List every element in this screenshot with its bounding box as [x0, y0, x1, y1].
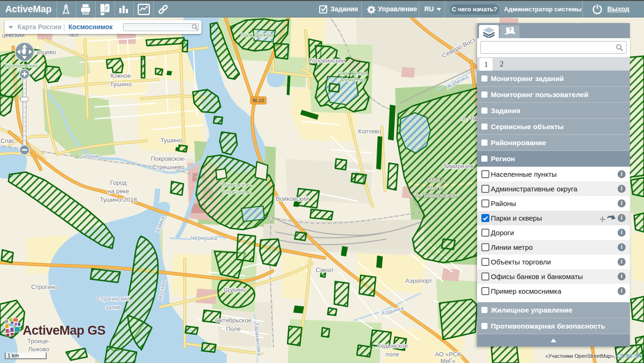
svg-text:МиГ»: МиГ» — [440, 357, 455, 363]
svg-text:Парк Дружбы: Парк Дружбы — [240, 32, 273, 38]
svg-text:?: ? — [509, 27, 512, 33]
svg-text:Троице-: Троице- — [27, 338, 50, 345]
svg-text:Коптево: Коптево — [358, 128, 381, 135]
svg-text:Парк Петра: Парк Петра — [338, 70, 368, 76]
svg-text:МСХА: МСХА — [428, 177, 445, 184]
svg-text:Октябрьское: Октябрьское — [215, 317, 251, 324]
svg-text:Головинский: Головинский — [309, 57, 345, 64]
svg-text:Тушино: Тушино — [160, 137, 182, 144]
svg-text:Алексеева: Алексеева — [339, 77, 365, 82]
svg-text:им. К.: им. К. — [428, 184, 445, 191]
svg-text:Поле: Поле — [226, 325, 240, 332]
svg-text:Стрешнево: Стрешнево — [222, 189, 251, 195]
svg-text:Щукино: Щукино — [224, 286, 246, 293]
svg-text:М-10: М-10 — [252, 98, 264, 103]
svg-text:Строгино: Строгино — [31, 283, 58, 290]
svg-text:Аэропорт: Аэропорт — [405, 277, 432, 284]
svg-text:Тушино-2018: Тушино-2018 — [99, 196, 137, 203]
svg-text:Чернушка: Чернушка — [190, 235, 217, 241]
svg-text:Лыково: Лыково — [28, 346, 50, 353]
svg-text:поле: поле — [386, 351, 399, 358]
svg-text:А. Тимирязева: А. Тимирязева — [415, 192, 457, 199]
svg-text:Сходня: Сходня — [79, 153, 98, 160]
svg-text:Строгинский: Строгинский — [97, 296, 130, 302]
svg-text:Тимирязев: Тимирязев — [443, 163, 474, 170]
svg-text:Южное: Южное — [110, 72, 131, 79]
svg-text:Сокол: Сокол — [316, 266, 333, 273]
svg-text:Покровское-: Покровское- — [151, 155, 186, 162]
svg-text:Город: Город — [110, 179, 127, 186]
svg-text:Ходынское: Ходынское — [377, 342, 408, 349]
svg-text:на реке: на реке — [107, 188, 129, 195]
svg-text:Стрешнево: Стрешнево — [152, 164, 185, 171]
svg-text:Покровское-: Покровское- — [222, 182, 252, 188]
svg-text:Войковский: Войковский — [276, 195, 309, 202]
svg-text:атцево: атцево — [36, 49, 56, 56]
svg-text:АО «РСК: АО «РСК — [435, 351, 461, 358]
svg-text:залив: залив — [106, 304, 121, 311]
svg-text:Тушино: Тушино — [110, 81, 132, 88]
